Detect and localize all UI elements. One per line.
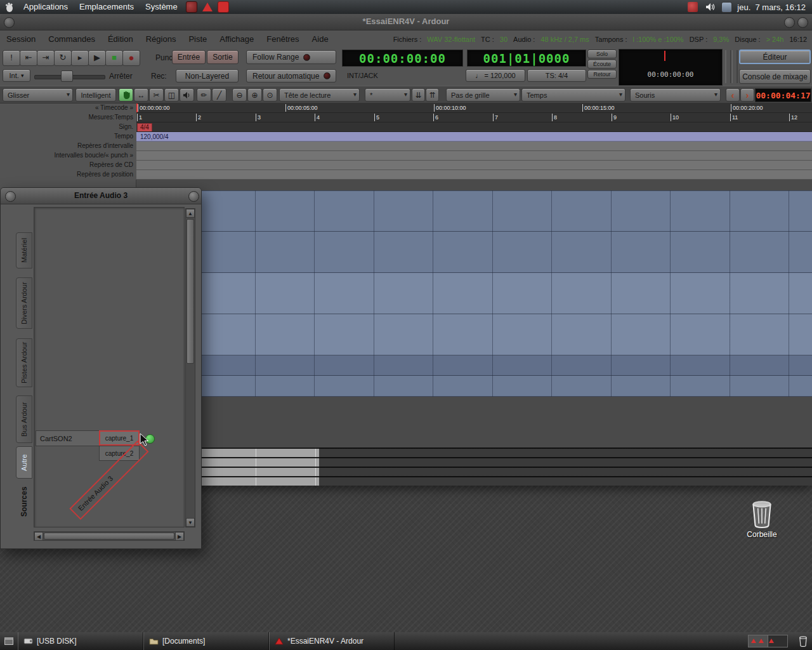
automation-tool-button[interactable]: ╱	[212, 88, 226, 102]
stretch-tool-button[interactable]: ◫	[164, 88, 179, 102]
secondary-clock[interactable]: 00:00:00:00	[619, 70, 722, 79]
follow-range-button[interactable]: Follow Range	[246, 50, 336, 64]
taskbar-documents[interactable]: [Documents]	[143, 632, 269, 650]
pane-grip[interactable]	[725, 50, 731, 83]
range-markers-label[interactable]: Repères d'intervalle	[0, 142, 136, 151]
sync-source-button[interactable]: Int. ▾	[3, 69, 30, 82]
close-button[interactable]	[797, 17, 808, 28]
workspace-2[interactable]	[768, 635, 787, 647]
cd-markers-label[interactable]: Repères de CD	[0, 161, 136, 170]
smart-mode-button[interactable]: Intelligent	[75, 88, 116, 102]
snap-mode-combo[interactable]: Pas de grille	[446, 88, 520, 102]
cd-markers-lane[interactable]	[136, 161, 812, 170]
tab-bus-ardour[interactable]: Bus Ardour	[16, 395, 32, 443]
trash-applet-icon[interactable]	[797, 635, 809, 647]
mixer-window-button[interactable]: Console de mixage	[739, 69, 811, 84]
punch-out-button[interactable]: Sortie	[207, 50, 239, 64]
panel-clock[interactable]: jeu. 7 mars, 16:12	[735, 3, 812, 12]
menu-session[interactable]: Session	[0, 34, 42, 44]
dialog-menu-button[interactable]	[188, 191, 199, 202]
launcher-icon-1[interactable]	[186, 1, 197, 13]
edit-point-combo[interactable]: Souris	[630, 88, 721, 102]
solo-button[interactable]: Solo	[587, 50, 617, 58]
punch-in-button[interactable]: Entrée	[172, 50, 206, 64]
desktop-trash-icon[interactable]: Corbeille	[727, 499, 797, 539]
window-titlebar[interactable]: *EssaiENR4V - Ardour	[0, 14, 812, 30]
zoom-fit-button[interactable]: ⊙	[263, 88, 277, 102]
edit-mode-combo[interactable]: Glisser	[3, 88, 73, 102]
menu-fenetres[interactable]: Fenêtres	[260, 34, 305, 44]
menu-systeme[interactable]: Système	[140, 0, 183, 14]
grab-tool-button[interactable]	[119, 88, 133, 102]
tab-autre[interactable]: Autre	[16, 446, 32, 479]
tempo-marker[interactable]: 120,000/4	[140, 133, 169, 141]
slider-handle[interactable]	[61, 70, 73, 82]
draw-tool-button[interactable]: ✏	[197, 88, 211, 102]
taskbar-usb-disk[interactable]: [USB DISK]	[18, 632, 143, 650]
edit-point-clock[interactable]: 00:00:04:17	[755, 88, 811, 102]
goto-end-button[interactable]: ⇥	[37, 50, 55, 66]
tab-divers-ardour[interactable]: Divers Ardour	[16, 277, 32, 329]
meter-ruler-lane[interactable]: 4/4	[136, 123, 812, 132]
play-range-button[interactable]: ▸	[71, 50, 89, 66]
clock-source-button[interactable]: INT/JACK	[347, 72, 378, 79]
menu-affichage[interactable]: Affichage	[213, 34, 260, 44]
loop-button[interactable]: ↻	[54, 50, 72, 66]
vertical-scrollbar[interactable]: ▲ ▼	[185, 208, 195, 527]
tempo-button[interactable]: ♩ = 120,000	[466, 69, 525, 82]
zoom-out-button[interactable]: ⊖	[232, 88, 247, 102]
midi-panic-button[interactable]: !	[3, 50, 20, 66]
menu-applications[interactable]: Applications	[18, 0, 74, 14]
cut-tool-button[interactable]: ✂	[149, 88, 164, 102]
meter-ruler-label[interactable]: Sign.	[0, 123, 136, 132]
launcher-icon-2[interactable]	[218, 1, 229, 13]
shuttle-panel[interactable]: 00:00:00:00	[619, 49, 723, 86]
maximize-button[interactable]	[784, 17, 795, 28]
scroll-up-icon[interactable]: ▲	[186, 209, 195, 218]
range-tool-button[interactable]: ↔	[134, 88, 148, 102]
listen-button[interactable]: Écoute	[587, 60, 617, 69]
range-markers-lane[interactable]	[136, 142, 812, 151]
menu-piste[interactable]: Piste	[182, 34, 213, 44]
timecode-ruler-lane[interactable]: 00:00:00:00 00:00:05:00 00:00:10:00 00:0…	[136, 103, 812, 113]
tempo-ruler-lane[interactable]: 120,000/4	[136, 132, 812, 142]
loop-punch-lane[interactable]	[136, 151, 812, 161]
horizontal-scroll-thumb[interactable]	[44, 533, 174, 540]
audition-tool-button[interactable]	[180, 88, 194, 102]
tempo-ruler-label[interactable]: Tempo	[0, 132, 136, 142]
clock-applet-icon[interactable]	[721, 2, 732, 13]
scroll-left-icon[interactable]: ◀	[34, 532, 43, 541]
vertical-scroll-thumb[interactable]	[187, 219, 194, 364]
loop-punch-label[interactable]: Intervalles boucle/« punch »	[0, 151, 136, 161]
feedback-button[interactable]: Retour	[587, 70, 617, 79]
meter-button[interactable]: TS: 4/4	[527, 69, 586, 82]
ardour-launcher-icon[interactable]	[202, 3, 213, 11]
auto-return-button[interactable]: Retour automatique	[246, 69, 336, 83]
horizontal-scrollbar[interactable]: ◀ ▶	[34, 531, 185, 541]
menu-commandes[interactable]: Commandes	[42, 34, 102, 44]
scroll-down-icon[interactable]: ▼	[186, 518, 195, 527]
workspace-1[interactable]	[749, 635, 768, 647]
meter-marker[interactable]: 4/4	[137, 123, 152, 132]
bars-ruler-lane[interactable]: 1 2 3 4 5 6 7 8 9 10 11 12	[136, 113, 812, 123]
zoom-in-button[interactable]: ⊕	[247, 88, 262, 102]
taskbar-ardour[interactable]: *EssaiENR4V - Ardour	[269, 632, 395, 650]
goto-start-button[interactable]: ⇤	[20, 50, 37, 66]
menu-edition[interactable]: Édition	[102, 34, 140, 44]
zoom-preset-combo[interactable]: *	[365, 88, 410, 102]
editor-window-button[interactable]: Éditeur	[739, 50, 811, 64]
record-mode-button[interactable]: Non-Layered	[176, 69, 239, 83]
shuttle-speed-slider[interactable]	[34, 69, 105, 82]
tray-icon[interactable]	[688, 2, 698, 12]
location-markers-label[interactable]: Repères de position	[0, 170, 136, 180]
menu-emplacements[interactable]: Emplacements	[74, 0, 140, 14]
scroll-right-icon[interactable]: ▶	[175, 532, 184, 541]
dialog-titlebar[interactable]: Entrée Audio 3	[1, 188, 201, 204]
stop-button[interactable]: ■	[105, 50, 123, 66]
pane-grip-2[interactable]	[731, 50, 738, 83]
volume-icon[interactable]	[704, 1, 716, 13]
shrink-tracks-button[interactable]: ⇊	[412, 88, 425, 102]
record-button[interactable]: ●	[122, 50, 140, 66]
show-desktop-icon[interactable]	[3, 635, 15, 647]
location-markers-lane[interactable]	[136, 170, 812, 180]
